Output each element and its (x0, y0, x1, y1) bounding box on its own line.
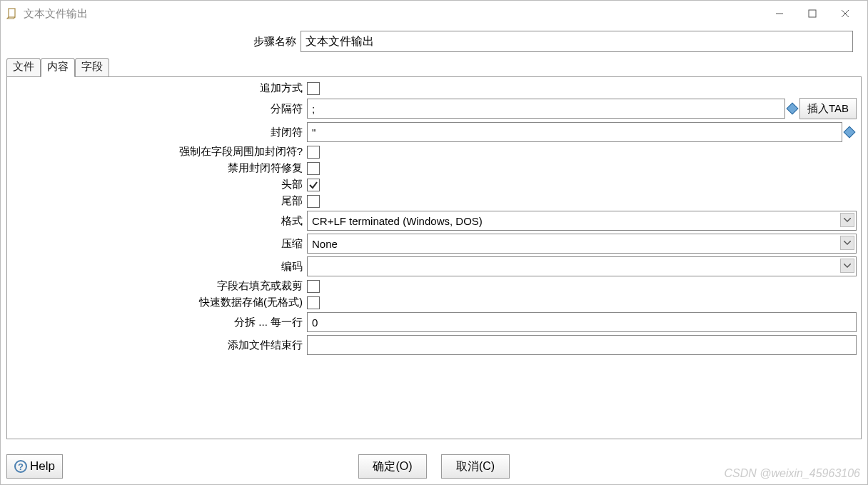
append-label: 追加方式 (11, 81, 307, 95)
separator-input[interactable] (307, 99, 785, 119)
footer-label: 尾部 (11, 194, 307, 208)
content-panel: 追加方式 分隔符 插入TAB 封闭符 强制在字段周围加封闭符? 禁用封闭符修复 … (6, 76, 862, 439)
chevron-down-icon (840, 213, 854, 227)
var-picker-icon[interactable] (786, 103, 798, 115)
help-label: Help (30, 459, 55, 474)
step-name-label: 步骤名称 (1, 35, 301, 49)
window-title: 文本文件输出 (24, 7, 88, 21)
format-value: CR+LF terminated (Windows, DOS) (312, 215, 483, 227)
compression-label: 压缩 (11, 237, 307, 251)
step-name-row: 步骤名称 (1, 26, 867, 56)
bottombar: ? Help 确定(O) 取消(C) (6, 454, 862, 479)
format-select[interactable]: CR+LF terminated (Windows, DOS) (307, 211, 857, 231)
tabstrip: 文件 内容 字段 (1, 58, 867, 76)
var-picker-icon[interactable] (844, 126, 856, 139)
encoding-select[interactable] (307, 256, 857, 276)
fast-dump-checkbox[interactable] (307, 296, 320, 309)
force-enclose-label: 强制在字段周围加封闭符? (11, 145, 307, 159)
close-button[interactable] (829, 3, 862, 24)
end-line-label: 添加文件结束行 (11, 339, 307, 352)
disable-enclosure-fix-label: 禁用封闭符修复 (11, 161, 307, 175)
svg-rect-0 (9, 9, 15, 17)
right-pad-trim-label: 字段右填充或裁剪 (11, 279, 307, 293)
chevron-down-icon (840, 236, 854, 250)
split-label: 分拆 ... 每一行 (11, 316, 307, 329)
cancel-button[interactable]: 取消(C) (441, 454, 510, 479)
append-checkbox[interactable] (307, 82, 320, 95)
ok-button[interactable]: 确定(O) (358, 454, 427, 479)
tab-fields[interactable]: 字段 (75, 58, 109, 76)
header-checkbox[interactable] (307, 179, 320, 191)
tab-content[interactable]: 内容 (41, 58, 75, 77)
help-icon: ? (14, 460, 27, 473)
split-input[interactable] (307, 312, 857, 332)
fast-dump-label: 快速数据存储(无格式) (11, 296, 307, 309)
header-label: 头部 (11, 178, 307, 191)
app-icon (6, 8, 18, 19)
force-enclose-checkbox[interactable] (307, 146, 320, 159)
minimize-button[interactable] (763, 3, 796, 24)
footer-checkbox[interactable] (307, 195, 320, 208)
help-button[interactable]: ? Help (6, 454, 63, 479)
chevron-down-icon (840, 259, 854, 273)
maximize-button[interactable] (796, 3, 829, 24)
enclosure-input[interactable] (307, 122, 842, 142)
end-line-input[interactable] (307, 335, 857, 355)
encoding-label: 编码 (11, 260, 307, 274)
svg-rect-2 (809, 10, 816, 17)
separator-label: 分隔符 (11, 102, 307, 116)
compression-select[interactable]: None (307, 234, 857, 254)
right-pad-trim-checkbox[interactable] (307, 280, 320, 293)
tab-file[interactable]: 文件 (6, 58, 41, 76)
format-label: 格式 (11, 214, 307, 228)
insert-tab-button[interactable]: 插入TAB (799, 98, 857, 119)
titlebar: 文本文件输出 (1, 1, 867, 26)
disable-enclosure-fix-checkbox[interactable] (307, 162, 320, 175)
enclosure-label: 封闭符 (11, 126, 307, 139)
step-name-input[interactable] (301, 31, 853, 52)
compression-value: None (312, 238, 338, 250)
